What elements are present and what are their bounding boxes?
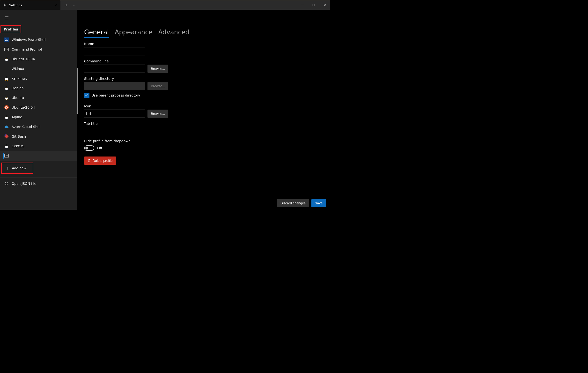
icon-label: Icon — [84, 104, 330, 108]
sidebar-item-label: Azure Cloud Shell — [12, 125, 41, 129]
tab-dropdown-button[interactable] — [71, 2, 77, 9]
tux-icon — [4, 76, 9, 81]
gear-icon — [4, 181, 9, 186]
add-new-highlight: Add new — [1, 162, 33, 174]
save-button[interactable]: Save — [311, 199, 326, 207]
tux-icon — [4, 57, 9, 61]
cmd-icon: C:\ — [4, 154, 9, 158]
tux-icon — [4, 96, 9, 100]
add-new-label: Add new — [12, 166, 27, 170]
svg-point-31 — [6, 116, 7, 116]
sidebar-item-ubuntu1804[interactable]: Ubuntu-18.04 — [0, 54, 77, 64]
selected-marker — [3, 153, 4, 159]
sidebar-item-centos[interactable]: CentOS — [0, 141, 77, 151]
sidebar-item-label: Windows PowerShell — [12, 38, 46, 42]
name-input[interactable] — [84, 47, 145, 55]
svg-rect-1 — [313, 4, 315, 6]
svg-point-12 — [7, 77, 7, 77]
svg-point-39 — [7, 145, 7, 145]
svg-point-40 — [6, 183, 7, 184]
svg-point-16 — [6, 87, 7, 87]
commandline-input[interactable] — [84, 64, 145, 73]
sidebar-item-ubuntu[interactable]: Ubuntu — [0, 93, 77, 103]
toggle-knob — [85, 147, 88, 149]
svg-point-17 — [7, 87, 7, 87]
profile-tabs: General Appearance Advanced — [84, 29, 330, 38]
hide-toggle[interactable] — [84, 145, 94, 151]
sidebar-item-label: Ubuntu — [12, 96, 24, 100]
azure-icon — [4, 125, 9, 129]
sidebar-item-current[interactable]: C:\ — [0, 151, 77, 161]
svg-point-26 — [5, 106, 6, 107]
hamburger-button[interactable] — [2, 13, 12, 23]
settings-tab-label: Settings — [9, 3, 22, 7]
open-json-button[interactable]: Open JSON file — [0, 179, 77, 188]
sidebar-item-git[interactable]: Git Bash — [0, 132, 77, 141]
sidebar-item-label: Git Bash — [12, 135, 26, 138]
titlebar: Settings — [0, 0, 330, 10]
sidebar-item-label: Debian — [12, 86, 24, 90]
sidebar-item-debian[interactable]: Debian — [0, 83, 77, 93]
footer-bar: Discard changes Save — [77, 197, 330, 210]
tux-icon — [4, 86, 9, 90]
profile-list: Windows PowerShell C:\ Command Prompt Ub… — [0, 35, 77, 161]
hide-label: Hide profile from dropdown — [84, 139, 330, 143]
git-icon — [4, 134, 9, 139]
commandline-browse-button[interactable]: Browse... — [147, 64, 168, 73]
minimize-button[interactable] — [297, 0, 308, 10]
sidebar-item-alpine[interactable]: Alpine — [0, 112, 77, 122]
icon-browse-button[interactable]: Browse... — [147, 110, 168, 118]
sidebar-item-azure[interactable]: Azure Cloud Shell — [0, 122, 77, 132]
svg-point-0 — [4, 5, 6, 6]
main-content: General Appearance Advanced Name Command… — [77, 10, 330, 210]
svg-point-21 — [6, 96, 7, 97]
tabtitle-input[interactable] — [84, 127, 145, 135]
powershell-icon — [4, 37, 9, 42]
svg-point-22 — [7, 96, 7, 97]
discard-changes-button[interactable]: Discard changes — [277, 199, 309, 207]
sidebar-item-ubuntu2004[interactable]: Ubuntu-20.04 — [0, 103, 77, 112]
sidebar-item-cmd[interactable]: C:\ Command Prompt — [0, 44, 77, 54]
svg-point-11 — [6, 77, 7, 77]
sidebar-item-powershell[interactable]: Windows PowerShell — [0, 35, 77, 44]
delete-profile-button[interactable]: Delete profile — [84, 157, 116, 165]
svg-rect-2 — [4, 37, 9, 42]
use-parent-checkbox[interactable]: Use parent process directory — [84, 93, 330, 98]
sidebar-item-label: kali-linux — [12, 76, 27, 80]
startdir-label: Starting directory — [84, 77, 330, 81]
tab-general[interactable]: General — [84, 29, 109, 38]
use-parent-label: Use parent process directory — [91, 93, 140, 97]
cmd-icon: C:\ — [4, 47, 9, 52]
tux-icon — [4, 115, 9, 119]
settings-tab[interactable]: Settings — [0, 0, 61, 10]
add-new-button[interactable]: Add new — [2, 163, 33, 173]
sidebar-item-wlinux[interactable]: WLinux — [0, 64, 77, 74]
tab-advanced[interactable]: Advanced — [158, 29, 189, 38]
sidebar-item-kali[interactable]: kali-linux — [0, 74, 77, 83]
sidebar-item-label: Alpine — [12, 115, 22, 119]
delete-profile-label: Delete profile — [93, 159, 113, 162]
plus-icon — [6, 166, 9, 170]
svg-point-25 — [7, 107, 8, 108]
close-tab-icon[interactable] — [54, 3, 58, 7]
svg-point-6 — [6, 58, 7, 58]
close-window-button[interactable] — [319, 0, 330, 10]
sidebar-item-label: Ubuntu-20.04 — [12, 106, 35, 109]
maximize-button[interactable] — [308, 0, 319, 10]
sidebar-item-label: WLinux — [12, 67, 24, 71]
sidebar-divider — [0, 178, 77, 178]
cmd-icon: C:\ — [86, 112, 91, 115]
profiles-header: Profiles — [0, 25, 21, 33]
blank-icon — [4, 66, 9, 71]
trash-icon — [87, 159, 91, 162]
new-tab-button[interactable] — [63, 2, 70, 9]
ubuntu-icon — [4, 105, 9, 110]
sidebar-item-label: Command Prompt — [12, 47, 42, 51]
gear-icon — [3, 3, 7, 7]
tab-appearance[interactable]: Appearance — [115, 29, 152, 38]
icon-input[interactable]: C:\ — [84, 110, 145, 118]
svg-point-32 — [7, 116, 7, 116]
sidebar-item-label: Ubuntu-18.04 — [12, 57, 35, 61]
svg-point-38 — [6, 145, 7, 145]
svg-point-7 — [7, 58, 7, 58]
